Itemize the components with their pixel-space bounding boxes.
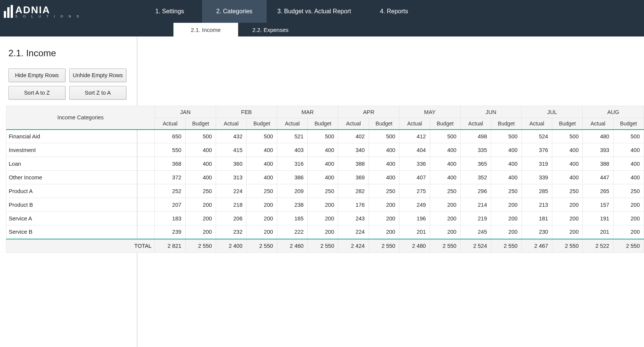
value-cell[interactable]: 196 bbox=[399, 212, 430, 225]
value-cell[interactable]: 393 bbox=[583, 143, 613, 157]
value-cell[interactable]: 239 bbox=[155, 225, 185, 239]
value-cell[interactable]: 415 bbox=[216, 143, 246, 157]
value-cell[interactable]: 369 bbox=[338, 171, 369, 184]
value-cell[interactable]: 365 bbox=[460, 157, 491, 171]
value-cell[interactable]: 550 bbox=[155, 143, 185, 157]
value-cell[interactable]: 313 bbox=[216, 171, 246, 184]
value-cell[interactable]: 400 bbox=[308, 157, 338, 171]
value-cell[interactable]: 224 bbox=[216, 184, 246, 198]
value-cell[interactable]: 201 bbox=[399, 225, 430, 239]
value-cell[interactable]: 200 bbox=[491, 212, 522, 225]
category-cell[interactable]: Product B bbox=[6, 198, 155, 212]
nav-categories[interactable]: 2. Categories bbox=[202, 0, 267, 23]
value-cell[interactable]: 368 bbox=[155, 157, 185, 171]
value-cell[interactable]: 200 bbox=[185, 212, 216, 225]
value-cell[interactable]: 200 bbox=[430, 225, 460, 239]
value-cell[interactable]: 400 bbox=[246, 143, 277, 157]
value-cell[interactable]: 200 bbox=[369, 198, 399, 212]
value-cell[interactable]: 388 bbox=[338, 157, 369, 171]
value-cell[interactable]: 388 bbox=[583, 157, 613, 171]
category-cell[interactable]: Service B bbox=[6, 225, 155, 239]
value-cell[interactable]: 200 bbox=[308, 198, 338, 212]
category-cell[interactable]: Service A bbox=[6, 212, 155, 225]
hide-empty-rows-button[interactable]: Hide Empty Rows bbox=[8, 68, 65, 82]
value-cell[interactable]: 157 bbox=[583, 198, 613, 212]
value-cell[interactable]: 222 bbox=[277, 225, 307, 239]
value-cell[interactable]: 200 bbox=[430, 198, 460, 212]
value-cell[interactable]: 250 bbox=[491, 184, 522, 198]
value-cell[interactable]: 400 bbox=[430, 157, 460, 171]
value-cell[interactable]: 200 bbox=[613, 212, 644, 225]
value-cell[interactable]: 432 bbox=[216, 130, 246, 143]
value-cell[interactable]: 400 bbox=[613, 143, 644, 157]
value-cell[interactable]: 200 bbox=[552, 225, 582, 239]
value-cell[interactable]: 243 bbox=[338, 212, 369, 225]
value-cell[interactable]: 500 bbox=[369, 130, 399, 143]
value-cell[interactable]: 200 bbox=[491, 225, 522, 239]
value-cell[interactable]: 400 bbox=[430, 171, 460, 184]
value-cell[interactable]: 238 bbox=[277, 198, 307, 212]
sort-a-to-z-button[interactable]: Sort A to Z bbox=[8, 86, 65, 100]
unhide-empty-rows-button[interactable]: Unhide Empty Rows bbox=[69, 68, 126, 82]
nav-reports[interactable]: 4. Reports bbox=[362, 0, 426, 23]
value-cell[interactable]: 206 bbox=[216, 212, 246, 225]
sort-z-to-a-button[interactable]: Sort Z to A bbox=[69, 86, 126, 100]
subtab-income[interactable]: 2.1. Income bbox=[173, 23, 238, 36]
value-cell[interactable]: 250 bbox=[246, 184, 277, 198]
value-cell[interactable]: 402 bbox=[338, 130, 369, 143]
value-cell[interactable]: 400 bbox=[369, 143, 399, 157]
value-cell[interactable]: 265 bbox=[583, 184, 613, 198]
value-cell[interactable]: 400 bbox=[369, 171, 399, 184]
value-cell[interactable]: 250 bbox=[552, 184, 582, 198]
value-cell[interactable]: 480 bbox=[583, 130, 613, 143]
value-cell[interactable]: 252 bbox=[155, 184, 185, 198]
value-cell[interactable]: 372 bbox=[155, 171, 185, 184]
value-cell[interactable]: 407 bbox=[399, 171, 430, 184]
value-cell[interactable]: 500 bbox=[246, 130, 277, 143]
value-cell[interactable]: 183 bbox=[155, 212, 185, 225]
value-cell[interactable]: 335 bbox=[460, 143, 491, 157]
value-cell[interactable]: 200 bbox=[613, 225, 644, 239]
value-cell[interactable]: 250 bbox=[369, 184, 399, 198]
value-cell[interactable]: 200 bbox=[613, 198, 644, 212]
value-cell[interactable]: 250 bbox=[613, 184, 644, 198]
value-cell[interactable]: 200 bbox=[308, 225, 338, 239]
value-cell[interactable]: 400 bbox=[613, 157, 644, 171]
value-cell[interactable]: 403 bbox=[277, 143, 307, 157]
category-cell[interactable]: Financial Aid bbox=[6, 130, 155, 143]
value-cell[interactable]: 400 bbox=[552, 143, 582, 157]
value-cell[interactable]: 181 bbox=[522, 212, 552, 225]
category-cell[interactable]: Investment bbox=[6, 143, 155, 157]
value-cell[interactable]: 245 bbox=[460, 225, 491, 239]
value-cell[interactable]: 412 bbox=[399, 130, 430, 143]
value-cell[interactable]: 521 bbox=[277, 130, 307, 143]
value-cell[interactable]: 200 bbox=[185, 225, 216, 239]
value-cell[interactable]: 219 bbox=[460, 212, 491, 225]
value-cell[interactable]: 200 bbox=[308, 212, 338, 225]
value-cell[interactable]: 376 bbox=[522, 143, 552, 157]
value-cell[interactable]: 230 bbox=[522, 225, 552, 239]
value-cell[interactable]: 176 bbox=[338, 198, 369, 212]
value-cell[interactable]: 296 bbox=[460, 184, 491, 198]
value-cell[interactable]: 400 bbox=[430, 143, 460, 157]
value-cell[interactable]: 360 bbox=[216, 157, 246, 171]
value-cell[interactable]: 400 bbox=[308, 171, 338, 184]
value-cell[interactable]: 400 bbox=[491, 143, 522, 157]
category-cell[interactable]: Other Income bbox=[6, 171, 155, 184]
value-cell[interactable]: 224 bbox=[338, 225, 369, 239]
value-cell[interactable]: 316 bbox=[277, 157, 307, 171]
value-cell[interactable]: 282 bbox=[338, 184, 369, 198]
value-cell[interactable]: 200 bbox=[552, 212, 582, 225]
value-cell[interactable]: 250 bbox=[430, 184, 460, 198]
value-cell[interactable]: 250 bbox=[308, 184, 338, 198]
value-cell[interactable]: 400 bbox=[552, 157, 582, 171]
nav-budget-vs-actual[interactable]: 3. Budget vs. Actual Report bbox=[267, 0, 362, 23]
value-cell[interactable]: 400 bbox=[246, 157, 277, 171]
value-cell[interactable]: 524 bbox=[522, 130, 552, 143]
value-cell[interactable]: 400 bbox=[308, 143, 338, 157]
value-cell[interactable]: 200 bbox=[552, 198, 582, 212]
value-cell[interactable]: 200 bbox=[369, 212, 399, 225]
value-cell[interactable]: 275 bbox=[399, 184, 430, 198]
value-cell[interactable]: 200 bbox=[246, 212, 277, 225]
value-cell[interactable]: 500 bbox=[491, 130, 522, 143]
